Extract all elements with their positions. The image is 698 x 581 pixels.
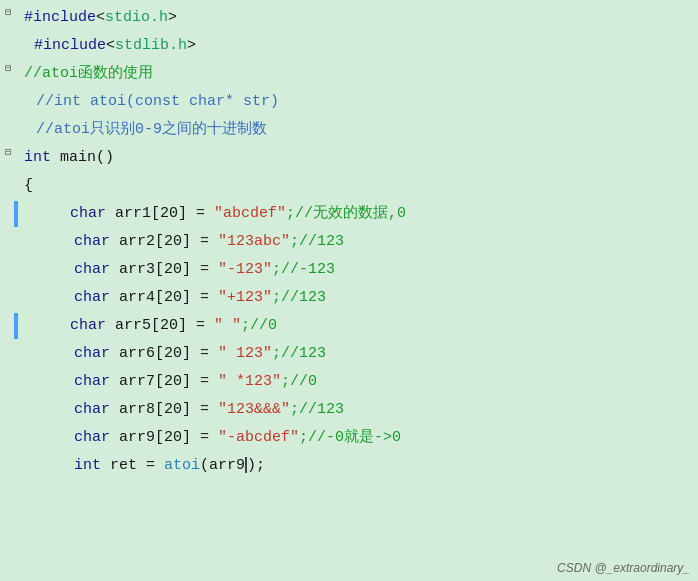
code-line-16: char arr9[20] = "-abcdef";//-0就是->0 xyxy=(0,424,698,452)
line-11-code: char arr4[20] = "+123";//123 xyxy=(18,285,326,311)
code-line-17: int ret = atoi(arr9); xyxy=(0,452,698,480)
line-15-code: char arr8[20] = "123&&&";//123 xyxy=(18,397,344,423)
code-line-2: #include<stdlib.h> xyxy=(0,32,698,60)
code-line-6: ⊟ int main() xyxy=(0,144,698,172)
line-13-code: char arr6[20] = " 123";//123 xyxy=(18,341,326,367)
code-line-7: { xyxy=(0,172,698,200)
code-line-3: ⊟ //atoi函数的使用 xyxy=(0,60,698,88)
code-line-5: //atoi只识别0-9之间的十进制数 xyxy=(0,116,698,144)
collapse-indicator-3[interactable]: ⊟ xyxy=(0,61,14,77)
collapse-indicator-6[interactable]: ⊟ xyxy=(0,145,14,161)
line-14-code: char arr7[20] = " *123";//0 xyxy=(18,369,317,395)
line-8-code: char arr1[20] = "abcdef";//无效的数据,0 xyxy=(18,201,406,227)
code-line-10: char arr3[20] = "-123";//-123 xyxy=(0,256,698,284)
code-line-11: char arr4[20] = "+123";//123 xyxy=(0,284,698,312)
line-7-code: { xyxy=(18,173,33,199)
line-12-code: char arr5[20] = " ";//0 xyxy=(18,313,277,339)
line-4-code: //int atoi(const char* str) xyxy=(18,89,279,115)
code-line-9: char arr2[20] = "123abc";//123 xyxy=(0,228,698,256)
line-10-code: char arr3[20] = "-123";//-123 xyxy=(18,257,335,283)
code-line-13: char arr6[20] = " 123";//123 xyxy=(0,340,698,368)
line-2-code: #include<stdlib.h> xyxy=(18,33,196,59)
code-editor: ⊟ #include<stdio.h> #include<stdlib.h> ⊟… xyxy=(0,0,698,581)
code-line-4: //int atoi(const char* str) xyxy=(0,88,698,116)
line-3-code: //atoi函数的使用 xyxy=(18,61,153,87)
collapse-indicator-1[interactable]: ⊟ xyxy=(0,5,14,21)
line-1-code: #include<stdio.h> xyxy=(18,5,177,31)
line-16-code: char arr9[20] = "-abcdef";//-0就是->0 xyxy=(18,425,401,451)
line-17-code: int ret = atoi(arr9); xyxy=(18,453,265,479)
line-5-code: //atoi只识别0-9之间的十进制数 xyxy=(18,117,267,143)
line-9-code: char arr2[20] = "123abc";//123 xyxy=(18,229,344,255)
line-6-code: int main() xyxy=(18,145,114,171)
code-content-area: ⊟ #include<stdio.h> #include<stdlib.h> ⊟… xyxy=(0,0,698,484)
code-line-8: char arr1[20] = "abcdef";//无效的数据,0 xyxy=(0,200,698,228)
watermark: CSDN @_extraordinary_ xyxy=(557,561,690,575)
code-line-1: ⊟ #include<stdio.h> xyxy=(0,4,698,32)
code-line-14: char arr7[20] = " *123";//0 xyxy=(0,368,698,396)
code-line-15: char arr8[20] = "123&&&";//123 xyxy=(0,396,698,424)
code-line-12: char arr5[20] = " ";//0 xyxy=(0,312,698,340)
